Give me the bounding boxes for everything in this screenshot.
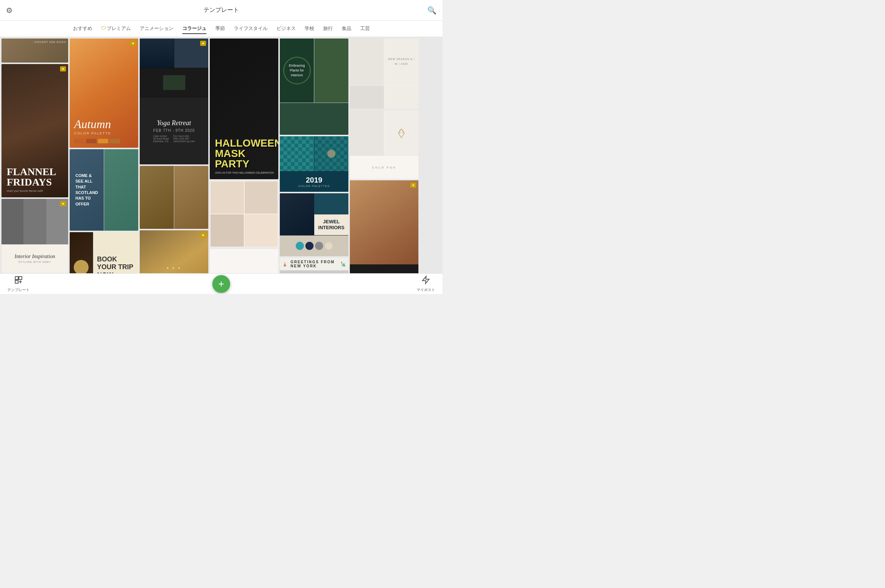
scotland-title: COME &SEE ALLTHATSCOTLANDHAS TOOFFER <box>75 173 98 207</box>
premium-badge-autumn: ★ <box>130 41 136 46</box>
myposts-label: マイポスト <box>417 287 435 292</box>
svg-rect-3 <box>19 277 22 279</box>
plants-title: Embracing Plants for Interiors <box>284 63 310 77</box>
template-cold-fox[interactable]: COLD FOX <box>350 110 418 179</box>
template-greetings-ny[interactable]: 🗼 GREETINGS FROM NEW YORK 🗽 <box>280 258 348 273</box>
template-van-gogh[interactable]: - VINCENT VAN GOGH <box>2 39 68 63</box>
svg-marker-7 <box>423 276 429 284</box>
yoga-date: FEB 7TH - 9TH 2020 <box>154 129 195 132</box>
cold-fox-title: COLD FOX <box>372 166 396 169</box>
template-architecture[interactable] <box>140 166 208 229</box>
grid-col-4: HALLOWEEN MASK PARTY JOIN US FOR THIS HA… <box>210 39 278 273</box>
book-trip-title: BOOK YOUR TRIP NOW. <box>97 255 134 273</box>
template-color-palettes[interactable]: 2019 COLOR PALETTES <box>280 136 348 192</box>
tab-season[interactable]: 季節 <box>215 24 225 34</box>
template-architecture-2[interactable]: ✦ ✦ ✦ ARCHITECTURE OF SPAIN ✦ ✦ ✦ 20 MUS… <box>140 230 208 273</box>
tab-school[interactable]: 学校 <box>305 24 314 34</box>
ny-right-icon: 🗽 <box>340 261 346 267</box>
template-scotland[interactable]: COME &SEE ALLTHATSCOTLANDHAS TOOFFER <box>70 149 138 231</box>
grid-col-6: NEW SEASON A / W / 2020 <box>350 39 418 273</box>
palettes-label: COLOR PALETTES <box>298 184 330 188</box>
bottom-nav-templates[interactable]: テンプレート <box>8 276 30 292</box>
yoga-detail-2: For more info:555-1234-567calmcenter.sp.… <box>173 135 195 142</box>
interior-subtitle: STYLING WITH GREY <box>18 261 51 263</box>
tab-business[interactable]: ビジネス <box>277 24 296 34</box>
halloween-title: HALLOWEEN MASK PARTY <box>215 138 278 169</box>
grid-col-1: - VINCENT VAN GOGH FLANNEL FRIDAYS share… <box>2 39 68 273</box>
svg-point-1 <box>402 132 403 133</box>
template-jewel-interiors[interactable]: JEWEL INTERIORS <box>280 193 348 256</box>
tab-craft[interactable]: 工芸 <box>360 24 370 34</box>
new-season-title: NEW SEASON A / W / 2020 <box>387 57 416 66</box>
bottom-nav-myposts[interactable]: マイポスト <box>417 276 435 292</box>
search-icon[interactable]: 🔍 <box>427 6 436 15</box>
template-new-season[interactable]: NEW SEASON A / W / 2020 <box>350 39 418 109</box>
premium-badge-arch: ★ <box>200 232 206 238</box>
myposts-icon <box>421 276 430 286</box>
tab-animation[interactable]: アニメーション <box>140 24 173 34</box>
tab-travel[interactable]: 旅行 <box>323 24 333 34</box>
grid-col-5: Embracing Plants for Interiors <box>280 39 348 273</box>
tab-food[interactable]: 食品 <box>342 24 351 34</box>
settings-icon[interactable]: ⚙ <box>6 6 13 15</box>
interior-title: Interior Inspiration <box>15 254 55 260</box>
template-beauty-top[interactable] <box>210 181 278 248</box>
template-plants[interactable]: Embracing Plants for Interiors <box>280 39 348 135</box>
templates-icon <box>14 276 23 286</box>
tab-featured[interactable]: おすすめ <box>73 24 92 34</box>
autumn-title: Autumn <box>74 118 134 130</box>
svg-rect-2 <box>15 277 18 279</box>
autumn-subtitle: COLOR PALETTE <box>74 132 134 135</box>
template-grid: - VINCENT VAN GOGH FLANNEL FRIDAYS share… <box>0 37 442 273</box>
ny-left-icon: 🗼 <box>282 261 287 267</box>
halloween-subtitle: JOIN US FOR THIS HALLOWEEN CELEBRATION <box>215 171 278 174</box>
template-yoga[interactable]: Yoga Retreat FEB 7TH - 9TH 2020 Calm cen… <box>140 39 208 164</box>
add-button[interactable]: + <box>212 275 230 293</box>
templates-label: テンプレート <box>8 287 30 292</box>
flannel-title: FLANNEL FRIDAYS <box>7 166 63 188</box>
template-interior-inspiration[interactable]: Interior Inspiration STYLING WITH GREY ★ <box>2 199 68 273</box>
svg-rect-4 <box>15 280 18 283</box>
premium-badge-yoga: ★ <box>200 41 206 46</box>
bottom-nav: テンプレート + マイポスト <box>0 273 442 294</box>
premium-badge-shop: ★ <box>410 183 416 188</box>
template-flannel-fridays[interactable]: FLANNEL FRIDAYS share your favorite flan… <box>2 64 68 197</box>
tab-premium[interactable]: 🛡プレミアム <box>101 24 131 34</box>
template-shop-womens[interactable]: SHOP WOMENS BEST SELLERS SHOP MENS ★ <box>350 180 418 273</box>
template-halloween[interactable]: HALLOWEEN MASK PARTY JOIN US FOR THIS HA… <box>210 39 278 179</box>
tab-lifestyle[interactable]: ライフスタイル <box>234 24 268 34</box>
palettes-year: 2019 <box>306 176 322 184</box>
fox-icon <box>394 126 409 141</box>
yoga-detail-1: Calm center38 East RoadEastview, CA <box>153 135 169 142</box>
premium-badge-2: ★ <box>60 201 66 206</box>
header: ⚙ テンプレート 🔍 <box>0 0 442 21</box>
premium-shield-icon: 🛡 <box>101 26 106 31</box>
template-autumn[interactable]: Autumn COLOR PALETTE ★ <box>70 39 138 148</box>
premium-badge: ★ <box>60 66 66 72</box>
ny-title: GREETINGS FROM NEW YORK <box>290 260 338 268</box>
tab-collage[interactable]: コラージュ <box>182 24 206 34</box>
jewel-title: JEWEL INTERIORS <box>314 219 348 230</box>
yoga-title: Yoga Retreat <box>157 119 191 127</box>
nav-tabs: おすすめ 🛡プレミアム アニメーション コラージュ 季節 ライフスタイル ビジネ… <box>0 21 442 37</box>
flannel-subtitle: share your favorite flannel outfit <box>7 190 63 192</box>
header-title: テンプレート <box>203 6 239 14</box>
add-icon: + <box>218 278 224 290</box>
grid-col-2: Autumn COLOR PALETTE ★ COME &SE <box>70 39 138 273</box>
template-beauty-regime[interactable]: MY BEAUTY REGIME <box>210 249 278 273</box>
grid-col-3: Yoga Retreat FEB 7TH - 9TH 2020 Calm cen… <box>140 39 208 273</box>
template-book-trip[interactable]: BOOK YOUR TRIP NOW. <box>70 232 138 273</box>
svg-point-0 <box>399 132 400 133</box>
